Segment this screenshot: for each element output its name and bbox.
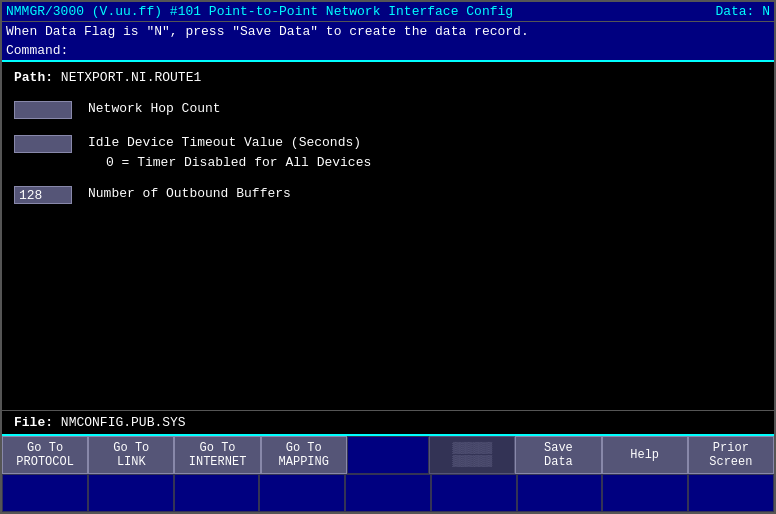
dimmed-button-1: ▒▒▒▒▒▒▒▒▒▒▒▒ [429,436,515,474]
goto-internet-button[interactable]: Go ToINTERNET [174,436,260,474]
title-left: NMMGR/3000 (V.uu.ff) #101 Point-to-Point… [6,4,513,19]
command-label: Command: [6,43,68,58]
title-right: Data: N [715,4,770,19]
command-bar: Command: [2,41,774,62]
main-content: Path: NETXPORT.NI.ROUTE1 Network Hop Cou… [2,62,774,410]
hop-count-label: Network Hop Count [88,101,221,116]
empty-r2-8 [602,474,688,512]
file-value: NMCONFIG.PUB.SYS [61,415,186,430]
field-row-hop-count: Network Hop Count [14,101,762,119]
empty-button-1 [347,436,429,474]
button-row-1: Go ToPROTOCOL Go ToLINK Go ToINTERNET Go… [2,436,774,474]
title-bar: NMMGR/3000 (V.uu.ff) #101 Point-to-Point… [2,2,774,22]
empty-r2-1 [2,474,88,512]
timeout-input[interactable] [14,135,72,153]
empty-r2-3 [174,474,260,512]
empty-r2-2 [88,474,174,512]
empty-r2-5 [345,474,431,512]
goto-mapping-button[interactable]: Go ToMAPPING [261,436,347,474]
empty-r2-9 [688,474,774,512]
path-value: NETXPORT.NI.ROUTE1 [61,70,201,85]
path-line: Path: NETXPORT.NI.ROUTE1 [14,70,762,85]
empty-r2-4 [259,474,345,512]
bottom-buttons: Go ToPROTOCOL Go ToLINK Go ToINTERNET Go… [2,434,774,512]
file-bar: File: NMCONFIG.PUB.SYS [2,410,774,434]
buffers-label: Number of Outbound Buffers [88,186,291,201]
buffers-input[interactable]: 128 [14,186,72,204]
path-label: Path: [14,70,53,85]
button-row-2 [2,474,774,512]
timeout-sublabel: 0 = Timer Disabled for All Devices [106,155,762,170]
prior-screen-button[interactable]: PriorScreen [688,436,774,474]
hop-count-input[interactable] [14,101,72,119]
help-button[interactable]: Help [602,436,688,474]
info-text: When Data Flag is "N", press "Save Data"… [6,24,529,39]
info-bar: When Data Flag is "N", press "Save Data"… [2,22,774,41]
screen: NMMGR/3000 (V.uu.ff) #101 Point-to-Point… [0,0,776,514]
timeout-label: Idle Device Timeout Value (Seconds) [88,135,361,150]
save-data-button[interactable]: SaveData [515,436,601,474]
file-label: File: [14,415,53,430]
empty-r2-6 [431,474,517,512]
empty-r2-7 [517,474,603,512]
goto-protocol-button[interactable]: Go ToPROTOCOL [2,436,88,474]
field-row-timeout: Idle Device Timeout Value (Seconds) 0 = … [14,135,762,170]
goto-link-button[interactable]: Go ToLINK [88,436,174,474]
field-row-buffers: 128 Number of Outbound Buffers [14,186,762,204]
